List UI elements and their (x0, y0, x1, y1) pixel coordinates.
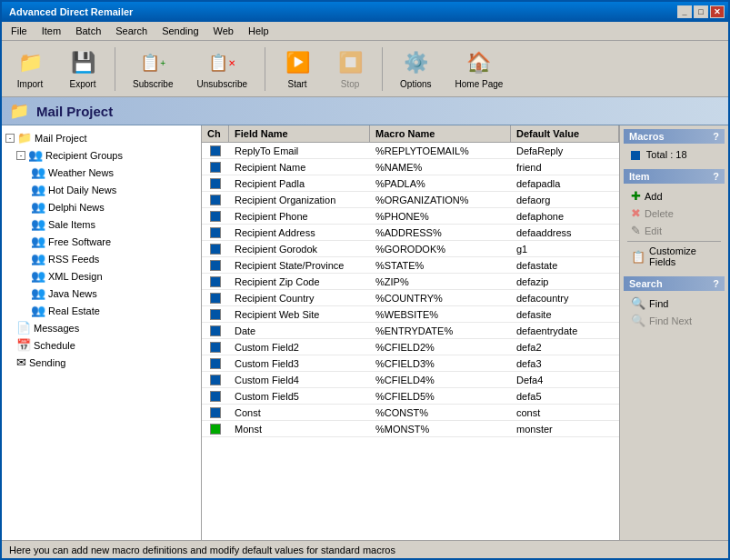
menu-item[interactable]: Item (36, 24, 66, 38)
table-row[interactable]: Date%ENTRYDATE%defaentrydate (202, 323, 619, 339)
tree-label-hdn: Hot Daily News (48, 185, 116, 195)
table-row[interactable]: Recipient Country%COUNTRY%defacountry (202, 290, 619, 306)
find-button[interactable]: 🔍 Find (627, 295, 721, 312)
tree-icon-msg: 📄 (16, 321, 31, 335)
macros-help-icon[interactable]: ? (713, 131, 719, 142)
table-row[interactable]: Recipient Zip Code%ZIP%defazip (202, 274, 619, 290)
item-separator (627, 241, 721, 242)
grid-cell-field: Recipient Name (229, 161, 370, 174)
grid-cell-field: Recipient Web Site (229, 308, 370, 321)
grid-cell-macro: %GORODOK% (370, 243, 511, 255)
options-button[interactable]: ⚙️ Options (392, 45, 439, 93)
table-row[interactable]: Const%CONST%const (202, 405, 619, 421)
close-button[interactable]: ✕ (710, 5, 725, 18)
customize-label: Customize Fields (649, 245, 717, 267)
tree-node-recipientgroups[interactable]: - 👥 Recipient Groups (2, 146, 201, 164)
grid-cell-field: Monst (229, 423, 370, 435)
stop-button[interactable]: ⏹️ Stop (327, 45, 373, 93)
table-row[interactable]: Custom Field5%CFIELD5%defa5 (202, 388, 619, 405)
tree-node-xmldesign[interactable]: 👥 XML Design (2, 267, 201, 285)
tree-expand-rg[interactable]: - (16, 151, 25, 160)
find-next-button[interactable]: 🔍 Find Next (627, 312, 721, 329)
table-row[interactable]: Monst%MONST%monster (202, 421, 619, 437)
item-title: Item (629, 171, 650, 182)
grid-cell-default: const (511, 406, 619, 419)
menu-web[interactable]: Web (208, 24, 239, 38)
grid-cell-ch (202, 292, 229, 305)
grid-cell-macro: %CONST% (370, 406, 511, 419)
grid-body: ReplyTo Email%REPLYTOEMAIL%DefaReplyReci… (202, 143, 619, 540)
add-button[interactable]: ✚ Add (627, 187, 721, 205)
grid-cell-default: defapadla (511, 177, 619, 190)
edit-button[interactable]: ✎ Edit (627, 222, 721, 239)
subscribe-label: Subscribe (133, 79, 173, 89)
customize-button[interactable]: 📋 Customize Fields (627, 244, 721, 269)
options-label: Options (400, 79, 431, 89)
grid-cell-default: defa3 (511, 357, 619, 370)
toolbar-separator-1 (115, 47, 115, 91)
checkbox-indicator (210, 178, 221, 189)
tree-node-javanews[interactable]: 👥 Java News (2, 285, 201, 302)
table-row[interactable]: Recipient Address%ADDRESS%defaaddress (202, 225, 619, 241)
grid-cell-field: Custom Field4 (229, 374, 370, 386)
table-row[interactable]: Custom Field4%CFIELD4%Defa4 (202, 372, 619, 388)
table-row[interactable]: Recipient State/Province%STATE%defastate (202, 257, 619, 274)
menu-file[interactable]: File (5, 24, 33, 38)
item-help-icon[interactable]: ? (713, 171, 719, 182)
delete-button[interactable]: ✖ Delete (627, 205, 721, 222)
table-row[interactable]: Custom Field3%CFIELD3%defa3 (202, 355, 619, 372)
menu-help[interactable]: Help (243, 24, 275, 38)
start-button[interactable]: ▶️ Start (275, 45, 320, 93)
checkbox-indicator (210, 407, 221, 418)
import-label: Import (17, 79, 43, 89)
subscribe-button[interactable]: 📋+ Subscribe (125, 45, 181, 93)
table-row[interactable]: Recipient Organization%ORGANIZATION%defa… (202, 192, 619, 208)
tree-node-saleitems[interactable]: 👥 Sale Items (2, 215, 201, 233)
tree-node-mailproject[interactable]: - 📁 Mail Project (2, 129, 201, 146)
window-title: Advanced Direct Remailer (5, 6, 133, 17)
status-text: Here you can add new macro definitions a… (9, 545, 395, 555)
tree-label-si: Sale Items (48, 219, 95, 230)
tree-icon-rss: 👥 (31, 252, 45, 265)
search-help-icon[interactable]: ? (713, 278, 719, 289)
grid-cell-default: defaentrydate (511, 325, 619, 337)
table-row[interactable]: Custom Field2%CFIELD2%defa2 (202, 339, 619, 355)
find-label: Find (649, 298, 668, 309)
tree-node-schedule[interactable]: 📅 Schedule (2, 336, 201, 354)
minimize-button[interactable]: _ (677, 5, 692, 18)
checkbox-indicator (210, 325, 221, 336)
table-row[interactable]: Recipient Gorodok%GORODOK%g1 (202, 241, 619, 257)
table-row[interactable]: ReplyTo Email%REPLYTOEMAIL%DefaReply (202, 143, 619, 159)
table-row[interactable]: Recipient Phone%PHONE%defaphone (202, 208, 619, 225)
tree-node-weathernews[interactable]: 👥 Weather News (2, 164, 201, 181)
table-row[interactable]: Recipient Padla%PADLA%defapadla (202, 175, 619, 192)
menu-sending[interactable]: Sending (156, 24, 204, 38)
tree-node-messages[interactable]: 📄 Messages (2, 319, 201, 336)
tree-panel: - 📁 Mail Project - 👥 Recipient Groups 👥 … (2, 125, 202, 540)
maximize-button[interactable]: □ (694, 5, 708, 18)
customize-icon: 📋 (631, 250, 645, 264)
grid-cell-field: Recipient Zip Code (229, 275, 370, 288)
start-icon: ▶️ (283, 48, 312, 77)
menu-search[interactable]: Search (110, 24, 153, 38)
tree-label-wn: Weather News (48, 167, 114, 178)
table-row[interactable]: Recipient Web Site%WEBSITE%defasite (202, 306, 619, 323)
export-button[interactable]: 💾 Export (60, 45, 105, 93)
grid-cell-ch (202, 145, 229, 157)
table-row[interactable]: Recipient Name%NAME%friend (202, 159, 619, 175)
menu-batch[interactable]: Batch (70, 24, 106, 38)
unsubscribe-button[interactable]: 📋✕ Unsubscribe (188, 45, 255, 93)
grid-header-field: Field Name (229, 125, 370, 142)
tree-node-sending[interactable]: ✉ Sending (2, 354, 201, 371)
tree-label-xml: XML Design (48, 271, 103, 282)
import-button[interactable]: 📁 Import (7, 45, 53, 93)
tree-node-rssfeeds[interactable]: 👥 RSS Feeds (2, 250, 201, 267)
tree-node-freesoftware[interactable]: 👥 Free Software (2, 233, 201, 250)
grid-cell-default: DefaReply (511, 145, 619, 157)
tree-node-delphinews[interactable]: 👥 Delphi News (2, 198, 201, 215)
homepage-button[interactable]: 🏠 Home Page (447, 45, 512, 93)
tree-icon-sched: 📅 (16, 338, 31, 352)
tree-expand-mailproject[interactable]: - (5, 134, 15, 143)
tree-node-hotdailynews[interactable]: 👥 Hot Daily News (2, 181, 201, 198)
tree-node-realestate[interactable]: 👥 Real Estate (2, 302, 201, 319)
